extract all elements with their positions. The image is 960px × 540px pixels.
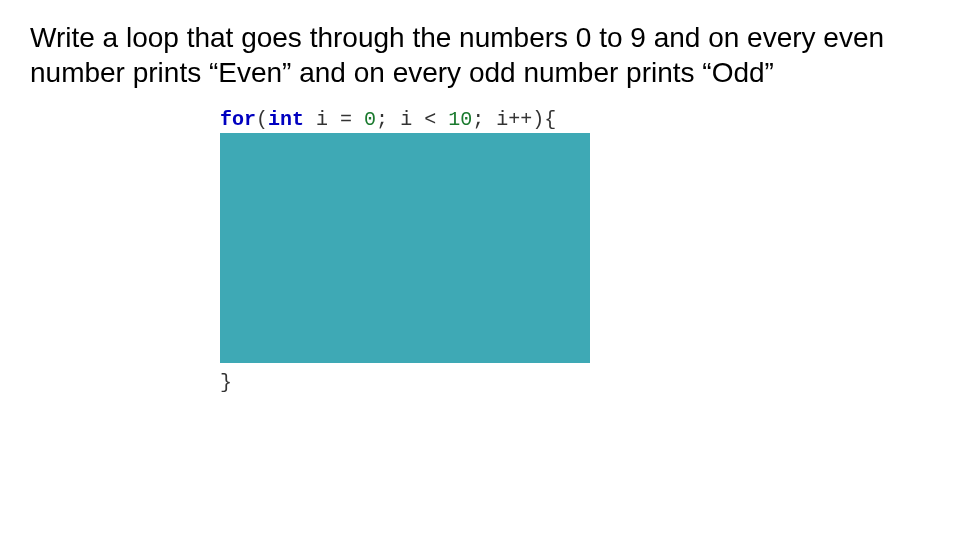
code-block: for(int i = 0; i < 10; i++){ }	[220, 108, 650, 394]
literal-zero: 0	[364, 108, 376, 131]
equals: =	[340, 108, 352, 131]
keyword-for: for	[220, 108, 256, 131]
semicolon-2: ;	[472, 108, 496, 131]
answer-cover-box	[220, 133, 590, 363]
question-prompt: Write a loop that goes through the numbe…	[30, 20, 930, 90]
brace-open: {	[544, 108, 556, 131]
literal-ten: 10	[448, 108, 472, 131]
space	[352, 108, 364, 131]
paren-close: )	[532, 108, 544, 131]
slide-content: Write a loop that goes through the numbe…	[30, 20, 930, 394]
semicolon-1: ;	[376, 108, 400, 131]
code-close-brace: }	[220, 371, 650, 394]
type-int: int	[268, 108, 304, 131]
code-for-line: for(int i = 0; i < 10; i++){	[220, 108, 650, 131]
cond-lhs: i	[400, 108, 424, 131]
paren-open: (	[256, 108, 268, 131]
increment: i++	[496, 108, 532, 131]
var-decl: i	[304, 108, 340, 131]
less-than: <	[424, 108, 436, 131]
space-2	[436, 108, 448, 131]
